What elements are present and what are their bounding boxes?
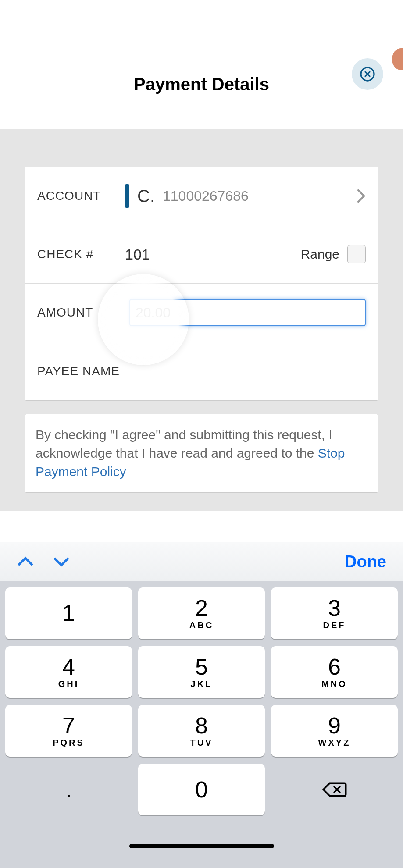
check-value[interactable]: 101 — [125, 246, 301, 263]
keyboard-nav-arrows — [17, 555, 70, 568]
payee-row[interactable]: PAYEE NAME — [25, 342, 378, 400]
close-icon — [360, 66, 375, 82]
key-digit: 0 — [195, 778, 208, 801]
range-checkbox[interactable] — [347, 245, 366, 263]
key-3[interactable]: 3 DEF — [271, 587, 398, 639]
payment-form: ACCOUNT C. 11000267686 CHECK # 101 Range… — [25, 167, 378, 401]
terms-body: By checking "I agree" and submitting thi… — [36, 427, 332, 460]
close-button[interactable] — [352, 58, 383, 90]
keyboard-done-button[interactable]: Done — [345, 552, 386, 571]
account-indicator-bar — [125, 184, 129, 208]
payee-label: PAYEE NAME — [37, 364, 120, 378]
chevron-right-icon — [356, 188, 366, 204]
key-4[interactable]: 4 GHI — [5, 646, 132, 698]
key-digit: 5 — [195, 655, 208, 678]
key-0[interactable]: 0 — [138, 764, 265, 815]
key-letters: WXYZ — [318, 738, 351, 748]
page-title: Payment Details — [134, 75, 269, 94]
key-backspace[interactable] — [271, 764, 398, 815]
range-label: Range — [301, 247, 339, 262]
keyboard-toolbar: Done — [0, 542, 403, 581]
terms-card: By checking "I agree" and submitting thi… — [25, 414, 378, 493]
key-letters: MNO — [321, 679, 347, 689]
key-digit: . — [65, 776, 71, 803]
amount-label: AMOUNT — [37, 306, 125, 320]
key-letters: JKL — [191, 679, 213, 689]
key-5[interactable]: 5 JKL — [138, 646, 265, 698]
key-7[interactable]: 7 PQRS — [5, 705, 132, 757]
key-letters: DEF — [323, 620, 346, 630]
key-period[interactable]: . — [5, 764, 132, 815]
key-digit: 6 — [328, 655, 341, 678]
key-digit: 7 — [62, 714, 75, 737]
amount-row: AMOUNT — [25, 284, 378, 342]
amount-input[interactable] — [129, 299, 366, 326]
key-digit: 9 — [328, 714, 341, 737]
account-number: 11000267686 — [163, 188, 249, 204]
account-value: C. 11000267686 — [125, 184, 356, 208]
key-8[interactable]: 8 TUV — [138, 705, 265, 757]
key-1[interactable]: 1 — [5, 587, 132, 639]
account-prefix: C. — [137, 186, 155, 206]
key-6[interactable]: 6 MNO — [271, 646, 398, 698]
key-digit: 2 — [195, 597, 208, 619]
backspace-icon — [321, 780, 348, 799]
home-indicator[interactable] — [129, 844, 274, 848]
account-label: ACCOUNT — [37, 189, 125, 203]
key-2[interactable]: 2 ABC — [138, 587, 265, 639]
content-area: ACCOUNT C. 11000267686 CHECK # 101 Range… — [0, 129, 403, 511]
key-letters: ABC — [189, 620, 214, 630]
key-letters: PQRS — [53, 738, 85, 748]
numeric-keypad: 1 2 ABC 3 DEF 4 GHI 5 JKL 6 MNO 7 PQRS 8 — [0, 581, 403, 824]
key-digit: 8 — [195, 714, 208, 737]
check-label: CHECK # — [37, 247, 125, 261]
keyboard-next-icon[interactable] — [53, 555, 70, 568]
key-digit: 1 — [62, 601, 75, 624]
key-letters: GHI — [58, 679, 79, 689]
modal-header: Payment Details — [0, 0, 403, 129]
keyboard-prev-icon[interactable] — [17, 555, 34, 568]
home-bar — [0, 824, 403, 868]
key-digit: 4 — [62, 655, 75, 678]
terms-text: By checking "I agree" and submitting thi… — [36, 426, 367, 481]
key-9[interactable]: 9 WXYZ — [271, 705, 398, 757]
keyboard: Done 1 2 ABC 3 DEF 4 GHI 5 JKL 6 MNO 7 P… — [0, 542, 403, 868]
key-digit: 3 — [328, 597, 341, 619]
check-row: CHECK # 101 Range — [25, 225, 378, 284]
account-row[interactable]: ACCOUNT C. 11000267686 — [25, 167, 378, 225]
key-letters: TUV — [190, 738, 213, 748]
